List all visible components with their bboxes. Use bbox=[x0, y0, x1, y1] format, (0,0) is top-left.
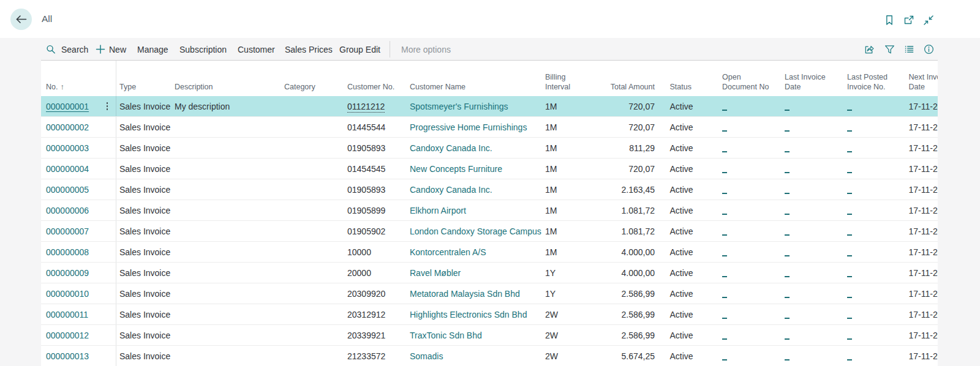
customer-name-link[interactable]: Candoxy Canada Inc. bbox=[410, 143, 492, 153]
no-link[interactable]: 000000007 bbox=[46, 226, 89, 236]
empty-value-dash bbox=[847, 338, 852, 340]
customer-name-link[interactable]: New Concepts Furniture bbox=[410, 164, 502, 174]
table-row[interactable]: 000000004 Sales Invoice 01454545 New Con… bbox=[41, 159, 938, 179]
new-button[interactable]: New bbox=[109, 38, 126, 61]
no-link[interactable]: 000000003 bbox=[46, 143, 89, 153]
table-row[interactable]: 000000013 Sales Invoice 21233572 Somadis… bbox=[41, 346, 938, 366]
cell-next-invoice-date: 17-11-2025 bbox=[905, 242, 938, 262]
cell-billing-interval: 1M bbox=[542, 96, 606, 116]
empty-value-dash bbox=[722, 172, 727, 173]
customer-name-link[interactable]: Somadis bbox=[410, 351, 443, 361]
no-link[interactable]: 000000004 bbox=[46, 164, 89, 174]
group-edit-menu[interactable]: Group Edit bbox=[339, 38, 380, 61]
no-link[interactable]: 000000006 bbox=[46, 206, 89, 215]
cell-total-amount: 720,07 bbox=[606, 117, 663, 137]
table-row[interactable]: 000000006 Sales Invoice 01905899 Elkhorn… bbox=[41, 200, 938, 221]
empty-value-dash bbox=[785, 172, 790, 173]
column-header-status[interactable]: Status bbox=[662, 61, 718, 96]
more-options-button[interactable]: More options bbox=[401, 38, 451, 61]
cell-status: Active bbox=[662, 325, 718, 345]
search-button[interactable]: Search bbox=[61, 38, 88, 61]
customer-name-link[interactable]: Metatorad Malaysia Sdn Bhd bbox=[410, 289, 520, 299]
customer-name-link[interactable]: Kontorcentralen A/S bbox=[410, 247, 486, 257]
cell-last-posted-invoice-no bbox=[843, 159, 905, 179]
cell-billing-interval: 1M bbox=[542, 138, 606, 158]
cell-total-amount: 720,07 bbox=[606, 159, 663, 179]
cell-open-document-no bbox=[718, 242, 781, 262]
manage-menu[interactable]: Manage bbox=[137, 38, 168, 61]
column-header-customer-no[interactable]: Customer No. bbox=[344, 61, 407, 96]
customer-name-link[interactable]: Progressive Home Furnishings bbox=[410, 122, 527, 132]
column-header-billing-interval[interactable]: Billing Interval bbox=[542, 61, 606, 96]
choose-columns-icon[interactable] bbox=[903, 43, 915, 55]
no-link[interactable]: 000000009 bbox=[46, 268, 89, 278]
column-header-type[interactable]: Type bbox=[116, 61, 172, 96]
cell-category bbox=[281, 96, 344, 116]
cell-status: Active bbox=[662, 96, 718, 116]
cell-total-amount: 5.674,25 bbox=[606, 346, 663, 366]
cell-description bbox=[172, 325, 281, 345]
back-button[interactable] bbox=[10, 9, 32, 30]
back-arrow-icon bbox=[15, 13, 28, 26]
filter-icon[interactable] bbox=[884, 43, 895, 55]
sales-prices-menu[interactable]: Sales Prices bbox=[285, 38, 333, 61]
customer-name-link[interactable]: TraxTonic Sdn Bhd bbox=[410, 331, 482, 340]
column-header-description[interactable]: Description bbox=[172, 61, 281, 96]
subscription-menu[interactable]: Subscription bbox=[179, 38, 227, 61]
customer-menu[interactable]: Customer bbox=[238, 38, 275, 61]
empty-value-dash bbox=[722, 110, 727, 111]
column-header-open-document-no[interactable]: Open Document No bbox=[718, 61, 781, 96]
column-header-customer-name[interactable]: Customer Name bbox=[407, 61, 542, 96]
no-link[interactable]: 000000013 bbox=[46, 351, 89, 361]
customer-name-link[interactable]: Elkhorn Airport bbox=[410, 206, 466, 215]
column-header-last-posted-invoice-no[interactable]: Last Posted Invoice No. bbox=[843, 61, 905, 96]
customer-name-link[interactable]: London Candoxy Storage Campus bbox=[410, 226, 541, 236]
empty-value-dash bbox=[847, 297, 852, 298]
info-icon[interactable] bbox=[923, 43, 935, 55]
cell-next-invoice-date: 17-11-2025 bbox=[905, 325, 938, 345]
no-link[interactable]: 000000011 bbox=[46, 310, 88, 319]
column-header-no[interactable]: No. ↑ bbox=[41, 61, 116, 96]
table-row[interactable]: 000000001 Sales Invoice My description 0… bbox=[41, 96, 938, 117]
cell-status: Active bbox=[662, 242, 718, 262]
action-bar: Search New Manage Subscription Customer … bbox=[0, 38, 980, 61]
table-row[interactable]: 000000011 Sales Invoice 20312912 Highlig… bbox=[41, 304, 938, 325]
table-row[interactable]: 000000005 Sales Invoice 01905893 Candoxy… bbox=[41, 179, 938, 200]
bookmark-icon[interactable] bbox=[883, 14, 895, 26]
column-header-total-amount[interactable]: Total Amount bbox=[606, 61, 663, 96]
cell-billing-interval: 1M bbox=[542, 221, 606, 241]
no-link[interactable]: 000000008 bbox=[46, 247, 89, 257]
table-row[interactable]: 000000003 Sales Invoice 01905893 Candoxy… bbox=[41, 138, 938, 159]
column-header-category[interactable]: Category bbox=[281, 61, 344, 96]
table-row[interactable]: 000000010 Sales Invoice 20309920 Metator… bbox=[41, 283, 938, 304]
table-row[interactable]: 000000009 Sales Invoice 20000 Ravel Møbl… bbox=[41, 263, 938, 283]
empty-value-dash bbox=[722, 359, 727, 360]
customer-name-link[interactable]: Candoxy Canada Inc. bbox=[410, 185, 492, 195]
cell-category bbox=[281, 117, 344, 137]
no-link[interactable]: 000000002 bbox=[46, 122, 89, 132]
table-row[interactable]: 000000007 Sales Invoice 01905902 London … bbox=[41, 221, 938, 242]
cell-type: Sales Invoice bbox=[116, 242, 172, 262]
no-link[interactable]: 000000005 bbox=[46, 185, 89, 195]
row-context-menu-icon[interactable] bbox=[103, 96, 111, 116]
cell-next-invoice-date: 17-11-2025 bbox=[905, 263, 938, 283]
collapse-icon[interactable] bbox=[922, 14, 935, 26]
customer-name-link[interactable]: Highlights Electronics Sdn Bhd bbox=[410, 310, 527, 319]
table-row[interactable]: 000000002 Sales Invoice 01445544 Progres… bbox=[41, 117, 938, 138]
cell-next-invoice-date: 17-11-2025 bbox=[905, 117, 938, 137]
customer-name-link[interactable]: Spotsmeyer's Furnishings bbox=[410, 102, 508, 111]
customer-name-link[interactable]: Ravel Møbler bbox=[410, 268, 461, 278]
cell-last-posted-invoice-no bbox=[843, 263, 905, 283]
open-in-new-window-icon[interactable] bbox=[903, 14, 915, 26]
table-row[interactable]: 000000012 Sales Invoice 20339921 TraxTon… bbox=[41, 325, 938, 346]
toolbar-divider bbox=[390, 41, 390, 58]
share-icon[interactable] bbox=[864, 43, 875, 55]
no-link[interactable]: 000000001 bbox=[46, 102, 89, 111]
cell-customer-name: Metatorad Malaysia Sdn Bhd bbox=[407, 283, 542, 304]
column-header-next-invoice-date[interactable]: Next Invoice Date bbox=[905, 61, 938, 96]
cell-total-amount: 2.586,99 bbox=[606, 283, 663, 304]
table-row[interactable]: 000000008 Sales Invoice 10000 Kontorcent… bbox=[41, 242, 938, 263]
no-link[interactable]: 000000012 bbox=[46, 331, 89, 340]
column-header-last-invoice-date[interactable]: Last Invoice Date bbox=[781, 61, 843, 96]
no-link[interactable]: 000000010 bbox=[46, 289, 89, 299]
